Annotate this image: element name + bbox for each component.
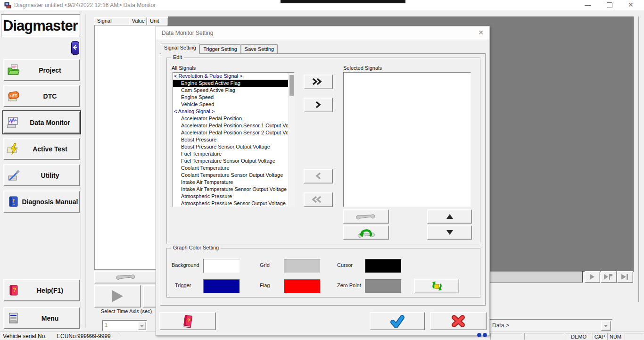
flag-color-label: Flag — [260, 282, 270, 288]
timeline-slider[interactable] — [489, 271, 583, 283]
sidebar: Diagmaster Project DTC DTC — [0, 10, 87, 332]
move-left-button[interactable] — [304, 169, 333, 183]
list-item[interactable]: Accelerator Pedal Position Sensor 1 Outp… — [173, 122, 288, 129]
time-axis-value: 1 — [105, 322, 107, 328]
sidebar-item-label: DTC — [21, 92, 79, 100]
sidebar-collapse-button[interactable] — [71, 41, 79, 55]
list-item[interactable]: Vehicle Speed — [173, 101, 288, 108]
chevron-left-icon — [314, 172, 322, 180]
svg-text:?: ? — [13, 287, 16, 293]
sidebar-item-project[interactable]: Project — [3, 59, 80, 81]
all-signals-listbox[interactable]: < Revolution & Pulse Signal > Engine Spe… — [173, 72, 295, 207]
graph-color-group-title: Graph Color Setting — [171, 245, 221, 250]
sidebar-item-label: Diagnosis Manual — [21, 198, 79, 206]
data-selector-value: Data > — [492, 322, 509, 329]
minimize-button[interactable] — [585, 5, 591, 6]
playback-play-button[interactable] — [585, 271, 600, 283]
sidebar-item-utility[interactable]: Utility — [3, 164, 80, 186]
statusbar-ecu-text: ECUNo:999999-9999 — [57, 333, 111, 340]
wrench-icon — [116, 274, 136, 280]
tab-signal-setting[interactable]: Signal Setting — [161, 43, 199, 54]
list-item[interactable]: Boost Pressure — [173, 136, 288, 143]
project-icon — [7, 64, 21, 77]
list-item[interactable]: Accelerator Pedal Position Sensor 2 Outp… — [173, 129, 288, 136]
wrench-icon — [356, 213, 376, 220]
ok-button[interactable] — [370, 312, 425, 330]
edit-group-title: Edit — [171, 54, 184, 60]
list-item[interactable]: < Analog Signal > — [173, 108, 288, 115]
list-item[interactable]: Engine Speed — [173, 94, 288, 101]
tab-save-setting[interactable]: Save Setting — [241, 44, 278, 54]
move-all-right-button[interactable] — [304, 75, 333, 89]
list-item-selected[interactable]: Engine Speed Active Flag — [173, 80, 288, 87]
undo-setting-button[interactable] — [343, 225, 389, 240]
list-item[interactable]: Atmospheric Pressure Sensor Output Volta… — [173, 200, 288, 207]
listbox-scrollbar[interactable] — [289, 73, 294, 207]
sidebar-item-data-monitor[interactable]: Data Monitor — [3, 111, 80, 133]
trigger-color-label: Trigger — [175, 282, 191, 288]
selected-signals-listbox[interactable] — [343, 72, 471, 207]
flag-color-swatch[interactable] — [284, 279, 321, 293]
list-item[interactable]: Coolant Temperature Sensor Output Voltag… — [173, 172, 288, 179]
diagnosis-manual-icon — [7, 195, 21, 208]
list-item[interactable]: Atmospheric Pressure — [173, 193, 288, 200]
time-axis-dropdown-button[interactable] — [138, 321, 146, 330]
dialog-help-button[interactable]: ? — [159, 312, 216, 330]
maximize-button[interactable] — [607, 2, 612, 8]
dialog-title: Data Monitor Setting — [162, 30, 213, 36]
sidebar-item-diagnosis-manual[interactable]: Diagnosis Manual — [3, 191, 80, 213]
arrow-down-icon — [446, 230, 453, 235]
background-color-swatch[interactable] — [203, 259, 240, 273]
trigger-color-swatch[interactable] — [203, 279, 240, 293]
sidebar-item-active-test[interactable]: Active Test — [3, 138, 80, 160]
list-item[interactable]: Intake Air Temperature — [173, 179, 288, 186]
list-item[interactable]: Boost Pressure Sensor Output Voltage — [173, 143, 288, 150]
close-button[interactable]: ✕ — [628, 1, 634, 8]
reset-colors-button[interactable] — [414, 279, 459, 293]
setting-wrench-button[interactable] — [94, 271, 157, 283]
data-selector-combobox[interactable]: Data > — [489, 319, 612, 332]
double-chevron-right-icon — [312, 78, 324, 85]
list-item[interactable]: < Revolution & Pulse Signal > — [173, 73, 288, 80]
move-up-button[interactable] — [427, 209, 472, 224]
cancel-button[interactable] — [430, 312, 487, 330]
dtc-icon: DTC — [7, 90, 21, 103]
playback-play-to-flag-button[interactable] — [601, 271, 617, 283]
sidebar-item-label: Menu — [21, 315, 79, 322]
list-item[interactable]: Fuel Temperature — [173, 150, 288, 158]
list-item[interactable]: Coolant Temperature — [173, 165, 288, 172]
time-axis-combobox[interactable]: 1 — [102, 320, 147, 331]
play-icon — [112, 290, 123, 302]
data-selector-dropdown-button[interactable] — [601, 321, 611, 331]
move-down-button[interactable] — [427, 225, 472, 240]
cursor-color-swatch[interactable] — [365, 259, 402, 273]
list-item[interactable]: Accelerator Pedal Position — [173, 115, 288, 122]
all-signals-label: All Signals — [172, 65, 196, 71]
scrollbar-thumb[interactable] — [289, 75, 294, 96]
cursor-color-label: Cursor — [337, 262, 353, 268]
right-frame-line — [638, 17, 639, 302]
list-item[interactable]: Fuel Temperature Sensor Output Voltage — [173, 158, 288, 165]
list-item[interactable]: Cam Speed Active Flag — [173, 87, 288, 94]
arrow-up-icon — [446, 214, 453, 219]
data-monitor-icon — [7, 116, 21, 129]
sidebar-item-menu[interactable]: Menu — [3, 307, 80, 329]
move-right-button[interactable] — [304, 98, 333, 112]
grid-color-swatch[interactable] — [284, 259, 321, 273]
play-button[interactable] — [94, 285, 141, 307]
sidebar-item-label: Help(F1) — [21, 287, 79, 294]
signal-setting-wrench-button[interactable] — [343, 209, 389, 224]
arrow-left-icon — [72, 41, 78, 53]
playback-skip-end-button[interactable] — [617, 271, 633, 283]
statusbar-divider — [119, 333, 119, 339]
sidebar-item-dtc[interactable]: DTC DTC — [3, 85, 80, 107]
zero-point-color-swatch[interactable] — [365, 279, 402, 293]
undo-arrow-icon — [357, 227, 376, 238]
menu-icon — [7, 312, 21, 325]
sidebar-item-help[interactable]: ? Help(F1) — [3, 279, 80, 301]
dialog-close-button[interactable]: ✕ — [478, 29, 484, 36]
tab-trigger-setting[interactable]: Trigger Setting — [199, 44, 241, 54]
list-item[interactable]: Intake Air Temperature Sensor Output Vol… — [173, 186, 288, 193]
move-all-left-button[interactable] — [304, 192, 333, 207]
blue-dot-icon — [483, 333, 487, 337]
